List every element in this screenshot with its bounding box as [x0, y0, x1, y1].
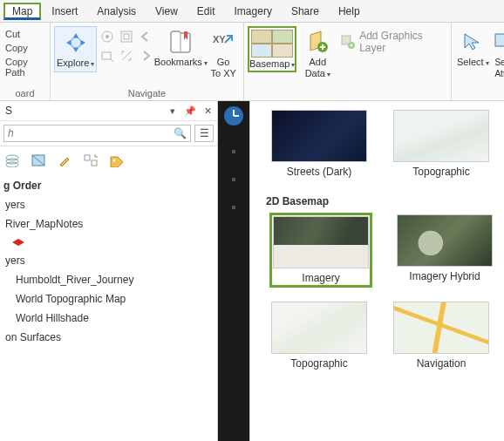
next-extent-icon[interactable] — [137, 47, 154, 64]
list-by-snap-icon[interactable] — [82, 152, 99, 169]
panel-view-toolbar — [0, 146, 217, 174]
ribbon-group-selection: Select SeAtt — [452, 23, 504, 100]
point-symbol-icon — [10, 237, 26, 248]
menu-map[interactable]: Map — [3, 3, 41, 20]
prev-extent-icon[interactable] — [137, 28, 154, 45]
add-data-button[interactable]: AddData — [298, 26, 337, 82]
search-filter-button[interactable]: ☰ — [194, 125, 214, 142]
map-view-edge — [218, 101, 249, 441]
select-by-attributes-button[interactable]: SeAtt — [493, 26, 504, 81]
svg-rect-3 — [121, 31, 132, 42]
svg-rect-10 — [495, 34, 504, 46]
goto-xy-button[interactable]: XY GoTo XY — [207, 26, 240, 81]
menu-share[interactable]: Share — [283, 3, 328, 20]
basemap-label: Imagery Hybrid — [409, 270, 480, 282]
menu-insert[interactable]: Insert — [43, 3, 86, 20]
copy-button[interactable]: Copy — [3, 42, 46, 54]
panel-close-icon[interactable]: ✕ — [204, 105, 212, 116]
search-input[interactable] — [8, 127, 174, 139]
select-button[interactable]: Select — [455, 26, 491, 71]
basemap-button[interactable]: Basemap — [248, 26, 296, 72]
view-handle-icon — [232, 178, 235, 181]
basemap-thumb — [397, 214, 493, 267]
layer-tree: yers River_MapNotes yers Humboldt_River_… — [0, 195, 217, 347]
panel-menu-icon[interactable]: ▾ — [170, 105, 175, 116]
add-graphics-layer-button[interactable]: Add Graphics Layer — [338, 26, 447, 58]
time-slider-icon[interactable] — [224, 106, 243, 126]
svg-rect-4 — [124, 34, 129, 39]
menu-view[interactable]: View — [146, 3, 187, 20]
list-by-source-icon[interactable] — [30, 152, 47, 169]
full-extent-icon[interactable] — [99, 28, 116, 45]
svg-rect-16 — [92, 160, 97, 166]
basemap-thumb — [273, 216, 369, 268]
zoom-selection-icon[interactable] — [99, 47, 116, 64]
drawing-order-heading: g Order — [0, 174, 217, 195]
svg-rect-5 — [102, 52, 111, 59]
bookmarks-button[interactable]: Bookmarks — [156, 26, 205, 71]
basemap-section-2d: 2D Basemap — [259, 188, 504, 209]
select-icon — [459, 28, 487, 56]
panel-pin-icon[interactable]: 📌 — [184, 105, 196, 116]
tree-item[interactable]: yers — [3, 195, 217, 214]
basemap-thumb — [271, 302, 367, 354]
scale-lock-icon[interactable] — [118, 47, 135, 64]
cut-button[interactable]: Cut — [3, 28, 46, 40]
tree-item[interactable]: on Surfaces — [3, 328, 217, 347]
add-graphics-icon — [340, 34, 356, 50]
menubar: Map Insert Analysis View Edit Imagery Sh… — [0, 0, 504, 23]
basemap-navigation[interactable]: Navigation — [393, 302, 489, 370]
ribbon-group-layer: Basemap AddData Add Graphics Layer — [244, 23, 452, 100]
tree-item[interactable]: World Topographic Map — [3, 289, 217, 309]
basemap-imagery-hybrid[interactable]: Imagery Hybrid — [397, 214, 493, 286]
explore-icon — [62, 29, 90, 57]
menu-help[interactable]: Help — [330, 3, 369, 20]
list-by-label-icon[interactable] — [108, 152, 126, 169]
group-label-navigate: Navigate — [54, 86, 240, 100]
zoom-fixed-icon[interactable] — [118, 28, 135, 45]
select-label: Select — [457, 57, 484, 67]
goto-xy-icon: XY — [209, 28, 237, 56]
basemap-label: Imagery — [302, 272, 339, 284]
svg-rect-15 — [85, 155, 90, 160]
basemap-gallery: Streets (Dark) Topographic 2D Basemap Im… — [249, 101, 504, 441]
copy-path-button[interactable]: Copy Path — [3, 56, 46, 78]
tree-item[interactable]: Humboldt_River_Journey — [3, 270, 217, 289]
menu-edit[interactable]: Edit — [188, 3, 224, 20]
bookmarks-label: Bookmarks — [154, 57, 202, 67]
svg-point-0 — [71, 37, 81, 48]
add-data-label-1: Add — [310, 57, 327, 67]
basemap-label: Topographic — [290, 357, 347, 370]
explore-button[interactable]: Explore — [54, 26, 97, 72]
basemap-icon — [251, 30, 293, 58]
tree-item[interactable]: River_MapNotes — [3, 214, 217, 234]
svg-text:XY: XY — [213, 34, 226, 44]
search-icon[interactable]: 🔍 — [174, 127, 187, 139]
ribbon: Cut Copy Copy Path oard Explore — [0, 23, 504, 101]
basemap-imagery[interactable]: Imagery — [271, 214, 371, 286]
menu-imagery[interactable]: Imagery — [226, 3, 281, 20]
goto-xy-label-1: Go — [217, 57, 230, 67]
view-handle-icon — [232, 150, 235, 153]
list-by-edit-icon[interactable] — [56, 152, 73, 169]
add-data-label-2: Data — [305, 68, 325, 78]
tree-item[interactable]: yers — [3, 251, 217, 270]
list-by-drawing-icon[interactable] — [3, 152, 21, 169]
menu-analysis[interactable]: Analysis — [88, 3, 145, 20]
basemap-label: Streets (Dark) — [287, 166, 352, 178]
svg-point-13 — [6, 162, 18, 167]
ribbon-group-navigate: Explore Bookmarks — [51, 23, 244, 100]
basemap-streets-dark[interactable]: Streets (Dark) — [271, 110, 367, 178]
basemap-label: Basemap — [249, 58, 289, 69]
explore-label: Explore — [57, 58, 89, 68]
goto-xy-label-2: To XY — [210, 68, 235, 78]
navigate-small-tools — [99, 26, 154, 64]
view-handle-icon — [232, 206, 235, 209]
bookmarks-icon — [167, 28, 194, 56]
tree-item-symbol[interactable] — [3, 234, 217, 251]
basemap-topographic[interactable]: Topographic — [393, 110, 489, 178]
panel-title: S — [5, 105, 12, 117]
basemap-topographic-2[interactable]: Topographic — [271, 302, 367, 370]
search-box: 🔍 — [3, 125, 191, 142]
tree-item[interactable]: World Hillshade — [3, 309, 217, 328]
